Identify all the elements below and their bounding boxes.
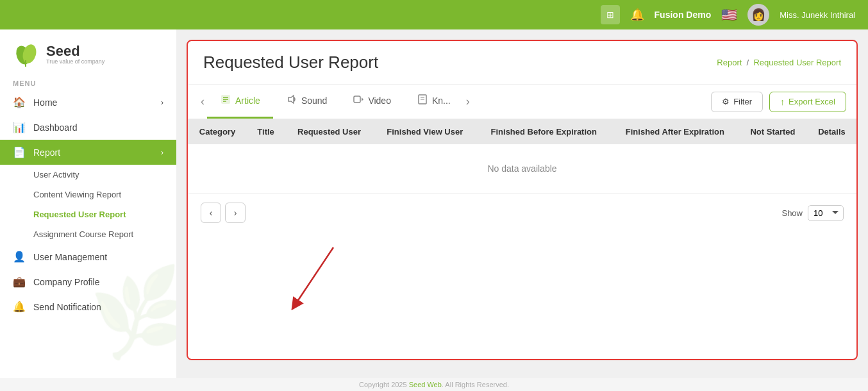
breadcrumb-base: Report [717,58,742,67]
tab-kn[interactable]: Kn... [404,85,463,119]
chevron-right-active-icon: › [161,148,163,157]
sidebar-label-notification: Send Notification [33,302,101,312]
col-category: Category [188,119,247,144]
sidebar-label-report: Report [33,147,60,158]
sidebar-item-company-profile[interactable]: 💼 Company Profile [0,269,176,294]
tab-prev-arrow[interactable]: ‹ [198,90,207,113]
tab-sound[interactable]: Sound [273,85,340,119]
bell-icon[interactable]: 🔔 [630,8,644,22]
filter-label: Filter [733,97,752,106]
col-not-started: Not Started [739,119,807,144]
report-icon: 📄 [13,146,26,158]
copyright-text: Copyright 2025 [359,381,409,388]
breadcrumb: Report / Requested User Report [717,58,841,67]
export-label: Export Excel [789,97,835,106]
next-page-button[interactable]: › [225,203,246,223]
top-navbar: ⊞ 🔔 Fusion Demo 🇺🇸 👩 Miss. Junekk Inthir… [0,0,868,29]
sidebar-item-user-management[interactable]: 👤 User Management [0,244,176,269]
report-card: Requested User Report Report / Requested… [187,40,858,360]
seed-web-link[interactable]: Seed Web [409,381,442,388]
main-layout: Seed True value of company MENU 🏠 Home ›… [0,29,868,378]
svg-rect-9 [354,96,360,103]
no-data-row: No data available [188,144,856,194]
sidebar-item-assignment-course[interactable]: Assignment Course Report [0,224,176,244]
footer: Copyright 2025 Seed Web. All Rights Rese… [0,378,868,391]
sidebar-item-user-activity[interactable]: User Activity [0,165,176,185]
notification-icon: 🔔 [13,301,26,313]
subitem-label-user-activity: User Activity [33,170,79,179]
page-title: Requested User Report [203,53,378,72]
subitem-label-assignment-course: Assignment Course Report [33,229,133,239]
logo: Seed True value of company [0,29,176,74]
tab-video-label: Video [368,96,391,106]
menu-label: MENU [0,74,176,90]
sidebar: Seed True value of company MENU 🏠 Home ›… [0,29,176,378]
chevron-right-icon: › [161,98,163,107]
export-icon: ↑ [780,97,785,107]
grid-icon[interactable]: ⊞ [601,5,620,24]
subitem-label-requested-user: Requested User Report [33,210,126,219]
home-icon: 🏠 [13,96,26,108]
col-finished-after: Finished After Expiration [612,119,739,144]
table-header-row: Category Title Requested User Finished V… [188,119,856,144]
col-finished-view-user: Finished View User [374,119,476,144]
tabs-group: ‹ Article Sound [198,85,472,119]
rights-text: . All Rights Reserved. [442,381,509,388]
briefcase-icon: 💼 [13,276,26,288]
logo-text-group: Seed True value of company [46,44,104,65]
tab-next-arrow[interactable]: › [463,90,472,113]
col-title: Title [247,119,285,144]
logo-name: Seed [46,44,104,58]
tab-article[interactable]: Article [207,85,273,119]
flag-icon: 🇺🇸 [721,7,737,22]
logo-icon [13,41,40,68]
pagination-row: ‹ › Show 10 25 50 100 [188,194,856,232]
prev-page-button[interactable]: ‹ [201,203,221,223]
sidebar-label-home: Home [33,97,57,108]
col-requested-user: Requested User [285,119,373,144]
tab-article-label: Article [235,96,260,106]
tab-sound-label: Sound [301,96,327,106]
sidebar-item-send-notification[interactable]: 🔔 Send Notification [0,294,176,319]
breadcrumb-current: Requested User Report [753,58,841,67]
company-name: Fusion Demo [655,10,712,20]
filter-icon: ⚙ [722,97,730,106]
svg-marker-8 [288,96,294,103]
no-data-cell: No data available [188,144,856,194]
kn-tab-icon [417,94,428,108]
user-icon: 👤 [13,251,26,263]
tab-kn-label: Kn... [432,96,451,106]
article-tab-icon [220,94,231,108]
sidebar-item-home[interactable]: 🏠 Home › [0,90,176,115]
sidebar-label-dashboard: Dashboard [33,122,78,133]
content-area: Requested User Report Report / Requested… [176,29,868,378]
per-page-select[interactable]: 10 25 50 100 [808,205,844,221]
table-container: Category Title Requested User Finished V… [188,119,856,194]
report-header: Requested User Report Report / Requested… [188,41,856,85]
logo-sub: True value of company [46,58,104,65]
sidebar-item-requested-user[interactable]: Requested User Report [0,204,176,224]
show-label: Show [781,208,803,218]
col-details: Details [807,119,856,144]
sidebar-label-user-mgmt: User Management [33,252,107,262]
export-excel-button[interactable]: ↑ Export Excel [769,92,846,112]
sidebar-item-report[interactable]: 📄 Report › [0,140,176,165]
filter-button[interactable]: ⚙ Filter [711,92,763,112]
sidebar-item-dashboard[interactable]: 📊 Dashboard [0,115,176,140]
col-finished-before: Finished Before Expiration [476,119,612,144]
sound-tab-icon [286,94,297,108]
table-body: No data available [188,144,856,194]
video-tab-icon [353,94,364,108]
report-table: Category Title Requested User Finished V… [188,119,856,194]
toolbar-right: ⚙ Filter ↑ Export Excel [711,92,846,112]
tabs-row: ‹ Article Sound [188,85,856,119]
avatar[interactable]: 👩 [747,4,769,26]
chart-icon: 📊 [13,121,26,133]
table-header: Category Title Requested User Finished V… [188,119,856,144]
subitem-label-content-viewing: Content Viewing Report [33,190,121,199]
sidebar-item-content-viewing[interactable]: Content Viewing Report [0,185,176,204]
sidebar-label-company: Company Profile [33,277,100,287]
tab-video[interactable]: Video [340,85,404,119]
svg-marker-10 [362,97,363,101]
username-label: Miss. Junekk Inthiral [780,10,855,20]
